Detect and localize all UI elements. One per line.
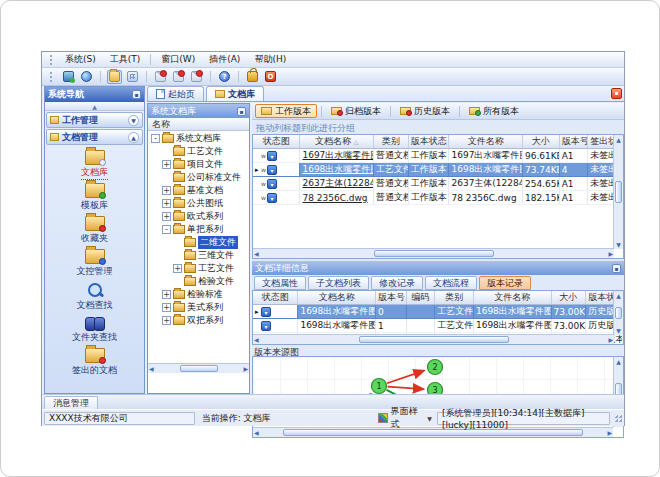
menu-item-help[interactable]: 帮助(H) bbox=[247, 52, 293, 67]
table-row-selected[interactable]: ▸w▾ 1698出水嘴零件图.dwg工艺文件工作版本 1698出水嘴零件图.dw… bbox=[253, 163, 623, 177]
table-row-selected[interactable]: ▸▾ 1698出水嘴零件图.dwg0 工艺文件1698出水嘴零件图.dwg73.… bbox=[253, 305, 623, 319]
collapse-icon[interactable] bbox=[151, 134, 160, 143]
collapse-icon[interactable] bbox=[162, 225, 171, 234]
doc-control-icon bbox=[85, 249, 105, 264]
expand-icon[interactable] bbox=[162, 316, 171, 325]
column-header[interactable]: 版本状态 bbox=[408, 135, 449, 149]
sidebar-item-template-library[interactable]: 模板库 bbox=[45, 181, 144, 214]
tab-modify-records[interactable]: 修改记录 bbox=[371, 276, 423, 290]
tree-node[interactable]: 检验文件 bbox=[148, 275, 249, 288]
tab-start-page[interactable]: 起始页 bbox=[147, 86, 204, 101]
mail-receive-button[interactable] bbox=[171, 70, 186, 84]
tree-node[interactable]: 公司标准文件 bbox=[148, 171, 249, 184]
tab-subdoc-list[interactable]: 子文档列表 bbox=[308, 276, 369, 290]
expand-icon[interactable] bbox=[162, 186, 171, 195]
menu-item-window[interactable]: 窗口(W) bbox=[154, 52, 202, 67]
expand-icon[interactable] bbox=[162, 160, 171, 169]
tab-doc-flow[interactable]: 文档流程 bbox=[425, 276, 477, 290]
tree-node[interactable]: 欧式系列 bbox=[148, 210, 249, 223]
tree-node[interactable]: 系统文档库 bbox=[148, 132, 249, 145]
table-row[interactable]: w▾ 78 2356C.dwg普通文档工作版本 78 2356C.dwg182.… bbox=[253, 191, 623, 205]
connect-button[interactable] bbox=[61, 70, 76, 84]
column-header[interactable]: 编码 bbox=[406, 291, 435, 305]
sidebar-item-favorites[interactable]: 收藏夹 bbox=[45, 214, 144, 247]
tree-node[interactable]: 检验标准 bbox=[148, 288, 249, 301]
lock-button[interactable] bbox=[245, 70, 260, 84]
documents-vertical-scrollbar[interactable]: ▲▼ bbox=[613, 135, 623, 249]
tree-column-header[interactable]: 名称 bbox=[148, 118, 249, 131]
tab-document-library[interactable]: 文档库 bbox=[206, 86, 264, 101]
tree-node[interactable]: 单把系列 bbox=[148, 223, 249, 236]
menu-item-system[interactable]: 系统(S) bbox=[58, 52, 103, 67]
column-header[interactable]: 版本号 bbox=[559, 135, 588, 149]
column-header[interactable]: 状态图 bbox=[253, 291, 298, 305]
column-header[interactable]: 文件名称 bbox=[473, 291, 551, 305]
close-icon[interactable] bbox=[611, 88, 622, 99]
open-library-button[interactable] bbox=[107, 70, 122, 84]
resize-grip-icon[interactable] bbox=[614, 414, 622, 422]
mail-send-button[interactable] bbox=[153, 70, 168, 84]
pin-icon[interactable]: ▪ bbox=[132, 90, 141, 99]
nav-title: 系统导航 bbox=[48, 88, 84, 101]
menu-item-plugins[interactable]: 插件(A) bbox=[202, 52, 247, 67]
tree-node[interactable]: 美式系列 bbox=[148, 301, 249, 314]
pin-icon[interactable]: ▪ bbox=[612, 264, 621, 273]
column-header[interactable]: 文档名称 bbox=[298, 291, 376, 305]
sidebar-scroll-up[interactable]: ▲ bbox=[45, 102, 144, 111]
documents-horizontal-scrollbar[interactable]: ◀▶ bbox=[253, 248, 614, 258]
tree-node[interactable]: 双把系列 bbox=[148, 314, 249, 327]
expand-icon[interactable] bbox=[162, 290, 171, 299]
all-versions-button[interactable]: 所有版本 bbox=[464, 104, 524, 118]
table-row[interactable]: w▾ 2637主体(12284).dwg普通文档工作版本 2637主体(1228… bbox=[253, 177, 623, 191]
sidebar-item-checked-out-docs[interactable]: 签出的文档 bbox=[45, 346, 144, 379]
expand-icon[interactable] bbox=[162, 212, 171, 221]
table-row[interactable]: w▾ 1697出水嘴零件图.dwg普通文档工作版本 1697出水嘴零件图.dwg… bbox=[253, 149, 623, 163]
message-management-tab[interactable]: 消息管理 bbox=[44, 396, 98, 409]
versions-vertical-scrollbar[interactable]: ▲▼ bbox=[613, 291, 623, 335]
tree-node[interactable]: 项目文件 bbox=[148, 158, 249, 171]
sidebar-item-doc-control[interactable]: 文控管理 bbox=[45, 247, 144, 280]
tree-node[interactable]: 工艺文件 bbox=[148, 262, 249, 275]
working-version-button[interactable]: 工作版本 bbox=[255, 104, 317, 118]
expand-icon[interactable] bbox=[173, 264, 182, 273]
sidebar-item-document-library[interactable]: 文档库 bbox=[45, 148, 144, 181]
sidebar-group-work[interactable]: 工作管理 ▼ bbox=[46, 112, 143, 128]
tree-node[interactable]: 基准文档 bbox=[148, 184, 249, 197]
expand-icon[interactable] bbox=[162, 199, 171, 208]
tree-node[interactable]: 公共图纸 bbox=[148, 197, 249, 210]
column-header[interactable]: 大小 bbox=[522, 135, 559, 149]
column-header[interactable]: 大小 bbox=[551, 291, 586, 305]
pin-icon[interactable]: ▪ bbox=[237, 107, 246, 116]
group-by-hint[interactable]: 拖动列标题到此进行分组 bbox=[252, 120, 624, 134]
archived-version-button[interactable]: 归档版本 bbox=[326, 104, 386, 118]
column-header[interactable]: 版本号 bbox=[375, 291, 406, 305]
tab-version-records[interactable]: 版本记录 bbox=[479, 276, 531, 290]
tree-node[interactable]: 工艺文件 bbox=[148, 145, 249, 158]
history-version-button[interactable]: 历史版本 bbox=[395, 104, 455, 118]
chevron-up-icon[interactable]: ▲ bbox=[128, 132, 139, 143]
column-header-sorted[interactable]: 文档名称 △ bbox=[300, 135, 373, 149]
exit-button[interactable]: O bbox=[263, 70, 278, 84]
tree-node-selected[interactable]: 二维文件 bbox=[148, 236, 249, 249]
table-row[interactable]: ▾ 1698出水嘴零件图.dwg1 工艺文件1698出水嘴零件图.dwg73.0… bbox=[253, 319, 623, 333]
tree-node[interactable]: 三维文件 bbox=[148, 249, 249, 262]
column-header[interactable]: 类别 bbox=[435, 291, 474, 305]
sidebar-group-docs[interactable]: 文档管理 ▲ bbox=[46, 129, 143, 145]
ui-style-selector[interactable]: 界面样式 ▼ bbox=[375, 405, 435, 431]
menu-item-tools[interactable]: 工具(T) bbox=[103, 52, 148, 67]
versions-horizontal-scrollbar[interactable]: ◀▶ bbox=[253, 334, 614, 344]
mail-alert-button[interactable] bbox=[189, 70, 204, 84]
chevron-down-icon[interactable]: ▼ bbox=[128, 115, 139, 126]
sidebar-item-folder-search[interactable]: 文件夹查找 bbox=[45, 313, 144, 346]
documents-table: 状态图 文档名称 △ 类别 版本状态 文件名称 大小 版本号 签出状态 w▾ 1… bbox=[252, 134, 624, 259]
table-view-button[interactable] bbox=[125, 70, 140, 84]
tab-doc-properties[interactable]: 文档属性 bbox=[254, 276, 306, 290]
tree-horizontal-scrollbar[interactable]: ◀▶ bbox=[148, 363, 249, 373]
column-header[interactable]: 文件名称 bbox=[449, 135, 522, 149]
column-header[interactable]: 类别 bbox=[373, 135, 408, 149]
column-header[interactable]: 状态图 bbox=[253, 135, 300, 149]
help-button[interactable]: ? bbox=[217, 70, 232, 84]
web-button[interactable] bbox=[79, 70, 94, 84]
expand-icon[interactable] bbox=[162, 303, 171, 312]
sidebar-item-doc-search[interactable]: 文档查找 bbox=[45, 280, 144, 313]
